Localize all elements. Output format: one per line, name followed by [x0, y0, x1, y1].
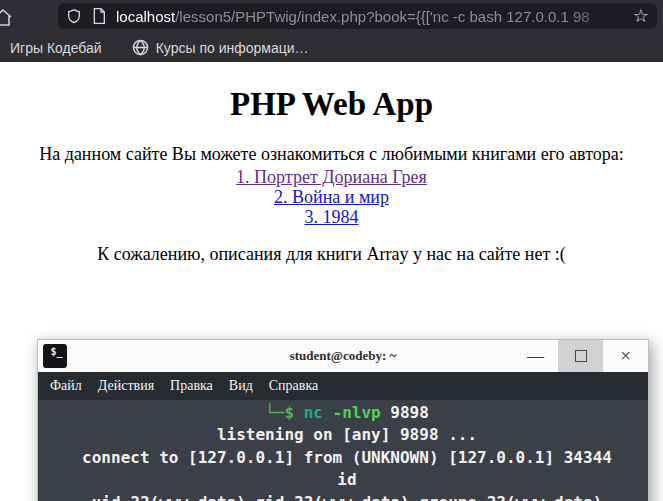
close-button[interactable]: ×: [603, 340, 648, 372]
terminal-lines: └─$ nc -nlvp 9898listening on [any] 9898…: [46, 402, 648, 501]
browser-toolbar: localhost/lesson5/PHPTwig/index.php?book…: [0, 0, 663, 33]
url-path: /lesson5/PHPTwig/index.php?book={{['nc -…: [175, 8, 589, 25]
menu-item-edit[interactable]: Правка: [170, 378, 213, 394]
terminal-text-segment: └─$: [265, 403, 304, 422]
minimize-button[interactable]: —: [513, 340, 558, 372]
terminal-scrollbar[interactable]: [637, 400, 648, 501]
menu-item-actions[interactable]: Действия: [98, 378, 154, 394]
terminal-text-segment: 9898: [381, 403, 429, 422]
shield-icon[interactable]: [66, 8, 82, 25]
menu-item-file[interactable]: Файл: [50, 378, 82, 394]
terminal-text-segment: uid=33(www-data) gid=33(www-data) groups…: [92, 493, 603, 501]
screen: localhost/lesson5/PHPTwig/index.php?book…: [0, 0, 663, 501]
bookmarks-bar: Игры Кодебай Курсы по информаци…: [0, 33, 663, 62]
maximize-button[interactable]: [558, 340, 603, 372]
book-link-2[interactable]: 2. Война и мир: [0, 187, 663, 207]
bookmark-label: Курсы по информаци…: [156, 40, 309, 56]
terminal-app-icon: $_: [43, 344, 67, 368]
window-controls: — ×: [513, 340, 648, 372]
terminal-text-segment: [323, 403, 333, 422]
bookmark-item-infosec-courses[interactable]: Курсы по информаци…: [132, 39, 309, 56]
terminal-text-segment: listening on [any] 9898 ...: [217, 425, 477, 444]
intro-text: На данном сайте Вы можете ознакомиться с…: [0, 144, 663, 165]
page-title: PHP Web App: [0, 86, 663, 123]
terminal-text-segment: -nlvp: [333, 403, 381, 422]
terminal-output[interactable]: └─$ nc -nlvp 9898listening on [any] 9898…: [38, 400, 648, 501]
not-found-message: К сожалению, описания для книги Array у …: [0, 244, 663, 265]
terminal-menubar: Файл Действия Правка Вид Справка: [38, 372, 648, 400]
maximize-icon: [575, 350, 587, 362]
web-page: PHP Web App На данном сайте Вы можете оз…: [0, 62, 663, 501]
book-link-3[interactable]: 3. 1984: [0, 207, 663, 227]
terminal-line-2: listening on [any] 9898 ...: [46, 424, 648, 446]
terminal-line-1: └─$ nc -nlvp 9898: [46, 402, 648, 424]
book-links: 1. Портрет Дориана Грея 2. Война и мир 3…: [0, 167, 663, 227]
home-icon[interactable]: [0, 8, 14, 32]
book-link-1[interactable]: 1. Портрет Дориана Грея: [0, 167, 663, 187]
terminal-line-3: connect to [127.0.0.1] from (UNKNOWN) [1…: [46, 447, 648, 469]
url-text[interactable]: localhost/lesson5/PHPTwig/index.php?book…: [116, 8, 627, 25]
terminal-text-segment: connect to [127.0.0.1] from (UNKNOWN) [1…: [82, 448, 612, 467]
terminal-line-5: uid=33(www-data) gid=33(www-data) groups…: [46, 492, 648, 501]
bookmark-star-icon[interactable]: ☆: [633, 7, 649, 25]
bookmark-label: Игры Кодебай: [10, 40, 102, 56]
menu-item-view[interactable]: Вид: [229, 378, 253, 394]
menu-item-help[interactable]: Справка: [269, 378, 318, 394]
bookmark-item-codeby-games[interactable]: Игры Кодебай: [10, 40, 102, 56]
terminal-text-segment: id: [337, 470, 356, 489]
terminal-titlebar[interactable]: $_ student@codeby: ~ — ×: [38, 340, 648, 372]
globe-icon: [132, 39, 149, 56]
terminal-line-4: id: [46, 469, 648, 491]
page-icon[interactable]: [92, 8, 106, 24]
url-bar[interactable]: localhost/lesson5/PHPTwig/index.php?book…: [58, 3, 657, 29]
terminal-text-segment: nc: [304, 403, 323, 422]
url-host: localhost: [116, 8, 175, 25]
terminal-window: $_ student@codeby: ~ — × Файл Действия П…: [37, 339, 649, 501]
